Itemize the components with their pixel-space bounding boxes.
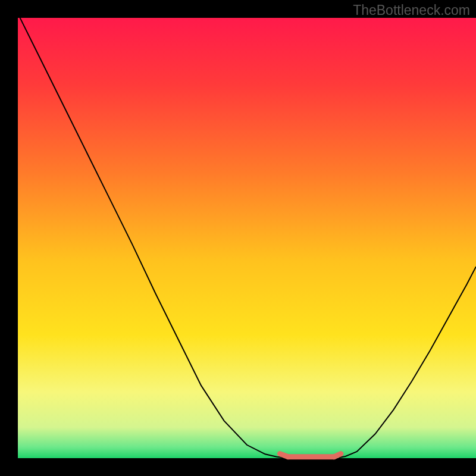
watermark-text: TheBottleneck.com: [353, 2, 470, 18]
series-right-red-nub: [334, 454, 341, 457]
series-left-red-nub: [280, 454, 288, 457]
gradient-background: [18, 18, 476, 458]
bottleneck-chart: [0, 0, 476, 476]
chart-container: TheBottleneck.com: [0, 0, 476, 476]
